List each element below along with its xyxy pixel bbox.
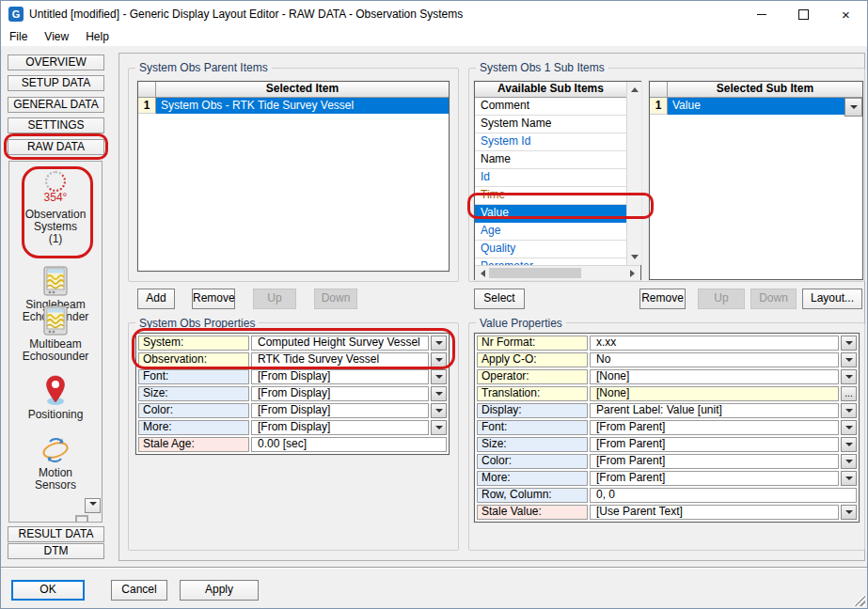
dropdown-button[interactable] (431, 420, 447, 435)
chevron-down-icon (845, 460, 853, 467)
dropdown-button[interactable] (841, 505, 857, 520)
property-value-display[interactable]: Parent Label: Value [unit] (590, 403, 839, 418)
available-sub-item-quality[interactable]: Quality (475, 241, 626, 258)
close-button[interactable]: × (825, 1, 867, 27)
property-value-stale-age[interactable]: 0.00 [sec] (251, 437, 447, 452)
available-sub-items-list[interactable]: Available Sub Items Comment System Name … (474, 81, 641, 280)
resize-grip[interactable] (853, 594, 865, 606)
property-value-more[interactable]: [From Display] (251, 420, 429, 435)
dropdown-button[interactable] (431, 403, 447, 418)
scroll-left-button[interactable] (475, 266, 489, 280)
dropdown-button[interactable] (841, 437, 857, 452)
scroll-right-button[interactable] (626, 266, 640, 280)
table-row[interactable]: 1 System Obs - RTK Tide Survey Vessel (138, 98, 449, 114)
menu-file[interactable]: File (1, 28, 36, 45)
property-value-translation[interactable]: [None] (590, 386, 839, 401)
property-value-more[interactable]: [From Parent] (590, 471, 839, 486)
sidebar-more-dropdown-button[interactable] (85, 498, 101, 513)
selected-sub-item-value[interactable]: Value (668, 98, 844, 115)
property-value-font[interactable]: [From Display] (251, 369, 429, 384)
remove-button[interactable]: Remove (192, 289, 235, 309)
scroll-up-button[interactable] (627, 82, 641, 96)
menu-help[interactable]: Help (77, 28, 118, 45)
cancel-button[interactable]: Cancel (111, 580, 167, 601)
property-value-system[interactable]: Computed Height Survey Vessel (251, 336, 429, 351)
dropdown-button[interactable] (431, 369, 447, 384)
add-button[interactable]: Add (137, 289, 175, 309)
available-sub-item-value-selected[interactable]: Value (475, 205, 626, 223)
available-sub-item-system-id[interactable]: System Id (475, 133, 626, 151)
sidebar-item-motion-sensors[interactable]: Motion Sensors (9, 436, 102, 492)
group-obs-properties-title: System Obs Properties (135, 317, 259, 330)
available-sub-item-system-name[interactable]: System Name (475, 116, 626, 133)
property-value-observation[interactable]: RTK Tide Survey Vessel (251, 352, 429, 367)
sidebar-tab-overview[interactable]: OVERVIEW (8, 55, 104, 70)
ellipsis-button[interactable]: ... (841, 386, 857, 401)
available-sub-item-name[interactable]: Name (475, 151, 626, 169)
property-value-stale-value[interactable]: [Use Parent Text] (590, 505, 839, 520)
sidebar-tab-setup-data[interactable]: SETUP DATA (8, 75, 104, 91)
up-button[interactable]: Up (253, 289, 296, 309)
property-value-size[interactable]: [From Parent] (590, 437, 839, 452)
property-value-font[interactable]: [From Parent] (590, 420, 839, 435)
property-value-row-column[interactable]: 0, 0 (590, 488, 857, 503)
sidebar-tab-general-data[interactable]: GENERAL DATA (8, 97, 104, 113)
sidebar-tab-settings[interactable]: SETTINGS (8, 117, 104, 133)
dropdown-button[interactable] (431, 386, 447, 401)
dropdown-button[interactable] (841, 420, 857, 435)
select-button[interactable]: Select (474, 289, 525, 309)
property-value-color[interactable]: [From Display] (251, 403, 429, 418)
sidebar-item-positioning[interactable]: Positioning (9, 374, 102, 421)
row-number: 1 (650, 98, 668, 115)
sidebar-tab-raw-data[interactable]: RAW DATA (8, 139, 104, 155)
sidebar-tab-dtm[interactable]: DTM (8, 543, 104, 559)
sidebar-tab-result-data[interactable]: RESULT DATA (8, 526, 104, 542)
dropdown-button[interactable] (841, 352, 857, 367)
parent-item-selected[interactable]: System Obs - RTK Tide Survey Vessel (156, 98, 449, 114)
minimize-icon (757, 14, 766, 15)
property-value-size[interactable]: [From Display] (251, 386, 429, 401)
sidebar-item-multibeam-echosounder[interactable]: Multibeam Echosounder (9, 305, 102, 363)
vertical-scrollbar[interactable] (626, 82, 641, 265)
dropdown-button[interactable] (431, 336, 447, 351)
available-sub-item-id[interactable]: Id (475, 169, 626, 187)
available-sub-item-time[interactable]: Time (475, 187, 626, 205)
down-button[interactable]: Down (314, 289, 357, 309)
sub-remove-button[interactable]: Remove (639, 289, 686, 309)
dropdown-button[interactable] (841, 369, 857, 384)
property-value-apply-co[interactable]: No (590, 352, 839, 367)
chevron-down-icon (435, 426, 443, 433)
maximize-button[interactable] (782, 1, 825, 27)
layout-button[interactable]: Layout... (802, 289, 862, 309)
scrollbar-thumb[interactable] (489, 268, 581, 278)
dropdown-button[interactable] (841, 336, 857, 351)
dropdown-button[interactable] (841, 454, 857, 469)
dropdown-button[interactable] (844, 98, 862, 117)
selected-sub-item-table[interactable]: Selected Sub Item 1 Value (649, 81, 863, 280)
scroll-down-button[interactable] (627, 251, 641, 265)
property-value-color[interactable]: [From Parent] (590, 454, 839, 469)
dropdown-button[interactable] (431, 352, 447, 367)
parent-items-table[interactable]: Selected Item 1 System Obs - RTK Tide Su… (137, 81, 450, 272)
ok-button[interactable]: OK (11, 580, 85, 601)
dialog-window: G Untitled [modified] - Generic Display … (0, 0, 868, 609)
sidebar-item-observation-systems[interactable]: 354° Observation Systems (1) (9, 171, 102, 245)
property-label-color: Color: (477, 454, 588, 469)
group-value-properties-title: Value Properties (476, 317, 566, 330)
available-sub-item-comment[interactable]: Comment (475, 98, 626, 116)
table-row[interactable]: 1 Value (650, 98, 862, 115)
sub-up-button[interactable]: Up (698, 289, 745, 309)
minimize-button[interactable] (740, 1, 782, 27)
property-value-operator[interactable]: [None] (590, 369, 839, 384)
available-sub-item-age[interactable]: Age (475, 223, 626, 241)
property-value-nr-format[interactable]: x.xx (590, 336, 839, 351)
title-bar[interactable]: G Untitled [modified] - Generic Display … (1, 1, 867, 27)
motion-label-2: Sensors (9, 479, 102, 492)
apply-button[interactable]: Apply (180, 580, 259, 601)
sub-down-button[interactable]: Down (750, 289, 797, 309)
dropdown-button[interactable] (841, 471, 857, 486)
dropdown-button[interactable] (841, 403, 857, 418)
property-label-font: Font: (477, 420, 588, 435)
horizontal-scrollbar[interactable] (475, 265, 640, 280)
menu-view[interactable]: View (36, 28, 77, 45)
